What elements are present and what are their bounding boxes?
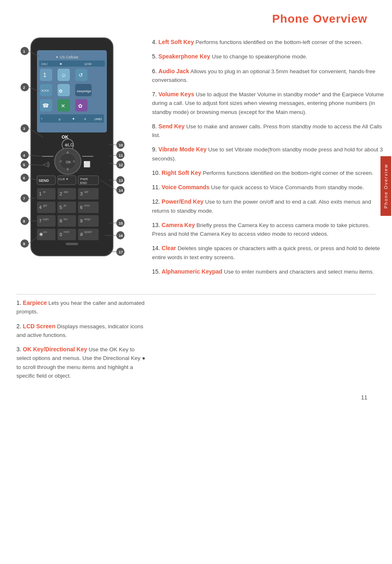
svg-text:11: 11 bbox=[119, 153, 123, 158]
desc-item-10: 10. Right Soft Key Performs functions id… bbox=[152, 169, 384, 177]
svg-text:UNO: UNO bbox=[95, 117, 102, 121]
svg-text:abc: abc bbox=[64, 190, 69, 193]
side-label-container: Phone Overview bbox=[380, 156, 392, 216]
lower-right-space bbox=[148, 299, 384, 386]
svg-text:3: 3 bbox=[80, 191, 83, 196]
desc-item-3: 3. OK Key/Directional Key Use the OK Key… bbox=[16, 345, 148, 380]
desc-item-7: 7. Volume Keys Use to adjust the Master … bbox=[152, 90, 384, 116]
desc-item-4: 4. Left Soft Key Performs functions iden… bbox=[152, 38, 384, 46]
svg-text:☎: ☎ bbox=[42, 102, 49, 109]
lower-section: 1. Earpiece Lets you hear the caller and… bbox=[0, 299, 392, 386]
svg-text:#: # bbox=[84, 117, 86, 121]
page-title: Phone Overview bbox=[0, 0, 392, 34]
svg-text:12: 12 bbox=[119, 163, 123, 167]
svg-text:1: 1 bbox=[39, 191, 42, 196]
svg-text:SEND: SEND bbox=[39, 179, 49, 183]
svg-text:◁): ◁) bbox=[43, 161, 50, 167]
svg-text:↺: ↺ bbox=[78, 72, 83, 78]
svg-text:0: 0 bbox=[59, 118, 61, 121]
section-divider bbox=[16, 294, 376, 295]
svg-text:8: 8 bbox=[23, 219, 25, 223]
svg-text:6: 6 bbox=[80, 205, 83, 210]
svg-text:pqrs: pqrs bbox=[43, 218, 49, 221]
svg-text:✦: ✦ bbox=[72, 117, 75, 121]
svg-text:mno: mno bbox=[84, 204, 90, 207]
descriptions-right: 4. Left Soft Key Performs functions iden… bbox=[140, 34, 384, 282]
svg-text:2: 2 bbox=[60, 191, 62, 196]
svg-text:OK: OK bbox=[62, 135, 69, 139]
svg-text:3: 3 bbox=[23, 127, 25, 131]
desc-item-15: 15. Alphanumeric Keypad Use to enter num… bbox=[152, 267, 384, 276]
svg-text:1: 1 bbox=[23, 49, 25, 53]
svg-text:⊕LG: ⊕LG bbox=[65, 143, 74, 147]
side-label: Phone Overview bbox=[380, 156, 391, 216]
desc-item-12: 12. Power/End Key Use to turn the power … bbox=[152, 197, 384, 215]
svg-text:wxyz: wxyz bbox=[84, 218, 91, 221]
svg-text:def: def bbox=[84, 190, 88, 193]
svg-text:1: 1 bbox=[43, 72, 46, 78]
svg-text:5: 5 bbox=[60, 205, 62, 210]
svg-text:PWR: PWR bbox=[80, 177, 88, 181]
svg-text:shh: shh bbox=[43, 231, 47, 233]
svg-text:0: 0 bbox=[60, 232, 62, 237]
svg-text:⬜: ⬜ bbox=[83, 161, 91, 168]
svg-text:>: > bbox=[73, 159, 75, 164]
svg-text:END: END bbox=[80, 181, 87, 185]
svg-text:CLR ✦: CLR ✦ bbox=[58, 177, 69, 181]
svg-text:4: 4 bbox=[39, 205, 42, 210]
svg-text:☺: ☺ bbox=[61, 72, 66, 78]
svg-text:∨: ∨ bbox=[66, 167, 69, 171]
svg-text:tuv: tuv bbox=[64, 218, 68, 220]
svg-text:✱: ✱ bbox=[39, 232, 43, 237]
phone-diagram: ✦ US Cellular 1:tn.l ✱ 12:04 1 ☺ ↺ >>> ✿ bbox=[8, 34, 140, 282]
svg-text:next: next bbox=[64, 230, 69, 233]
svg-text:>>>: >>> bbox=[41, 88, 49, 93]
svg-text:#: # bbox=[80, 232, 83, 237]
svg-text:<: < bbox=[60, 159, 62, 164]
svg-text:⊕: ⊕ bbox=[43, 190, 46, 193]
svg-text:16: 16 bbox=[119, 234, 123, 238]
desc-item-2: 2. LCD Screen Displays messages, indicat… bbox=[16, 322, 148, 340]
svg-text:✕: ✕ bbox=[61, 103, 65, 109]
svg-text:ghi: ghi bbox=[43, 204, 47, 207]
svg-text:14: 14 bbox=[119, 188, 123, 193]
svg-text:17: 17 bbox=[119, 250, 123, 254]
svg-text:15: 15 bbox=[119, 221, 123, 225]
svg-text:2: 2 bbox=[23, 86, 25, 90]
descriptions-bottom: 1. Earpiece Lets you hear the caller and… bbox=[8, 299, 148, 386]
svg-rect-3 bbox=[39, 60, 105, 67]
svg-text:1:tn.l: 1:tn.l bbox=[41, 63, 48, 65]
svg-text:9: 9 bbox=[80, 218, 83, 223]
svg-text:4: 4 bbox=[23, 153, 25, 158]
svg-text:6: 6 bbox=[23, 176, 25, 180]
svg-text:✿: ✿ bbox=[59, 88, 62, 93]
svg-text:12:04: 12:04 bbox=[84, 63, 92, 65]
svg-text:5: 5 bbox=[23, 163, 25, 167]
svg-text:7: 7 bbox=[39, 218, 42, 223]
svg-text:✿: ✿ bbox=[78, 103, 83, 109]
svg-text:jkl: jkl bbox=[63, 204, 67, 207]
svg-text:OK: OK bbox=[66, 160, 71, 164]
svg-text:8: 8 bbox=[60, 218, 62, 223]
desc-item-11: 11. Voice Commands Use for quick access … bbox=[152, 183, 384, 192]
svg-rect-88 bbox=[66, 243, 78, 245]
svg-text:∧: ∧ bbox=[66, 150, 69, 155]
desc-item-6: 6. Audio Jack Allows you to plug in an o… bbox=[152, 67, 384, 85]
desc-item-13: 13. Camera Key Briefly press the Camera … bbox=[152, 221, 384, 239]
svg-text:13: 13 bbox=[119, 179, 123, 183]
desc-item-9: 9. Vibrate Mode Key Use to set Vibrate m… bbox=[152, 145, 384, 163]
svg-text:✦ US Cellular: ✦ US Cellular bbox=[55, 55, 78, 59]
svg-text:easyedge: easyedge bbox=[77, 89, 91, 93]
svg-text:9: 9 bbox=[23, 242, 25, 246]
desc-item-1: 1. Earpiece Lets you hear the caller and… bbox=[16, 299, 148, 316]
svg-text:space: space bbox=[84, 230, 92, 234]
svg-text:10: 10 bbox=[119, 143, 123, 147]
desc-item-14: 14. Clear Deletes single spaces or chara… bbox=[152, 244, 384, 262]
svg-text:✱: ✱ bbox=[60, 63, 62, 65]
desc-item-8: 8. Send Key Use to make and answer calls… bbox=[152, 122, 384, 140]
page-number: 11 bbox=[0, 386, 392, 409]
svg-text:*: * bbox=[41, 117, 42, 121]
svg-text:7: 7 bbox=[23, 197, 25, 201]
desc-item-5: 5. Speakerphone Key Use to change to spe… bbox=[152, 52, 384, 61]
